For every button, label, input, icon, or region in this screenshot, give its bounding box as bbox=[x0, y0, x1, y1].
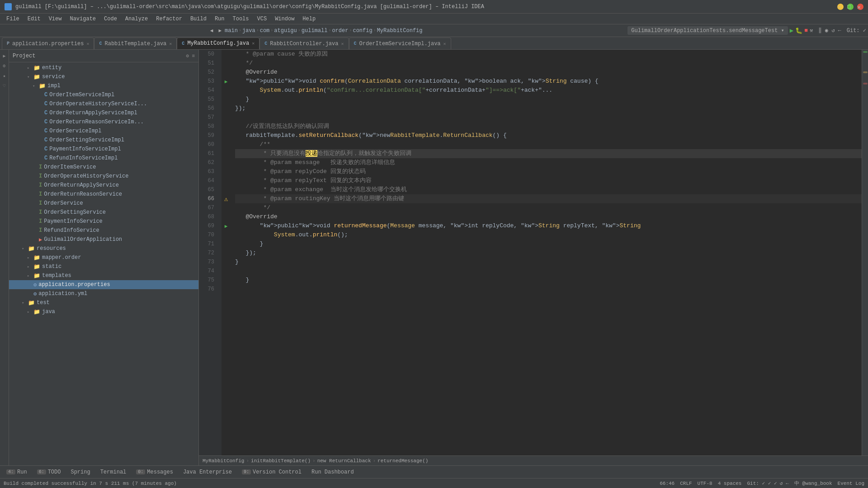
build-btn[interactable]: ⚒ bbox=[810, 27, 813, 34]
menu-item-file[interactable]: File bbox=[3, 15, 23, 23]
nav-bc-main[interactable]: main bbox=[225, 28, 238, 34]
charset[interactable]: UTF-8 bbox=[698, 481, 712, 486]
bc-item-new ReturnCallback[interactable]: new ReturnCallback bbox=[317, 458, 371, 464]
tree-item-OrderServiceImpl[interactable]: COrderServiceImpl bbox=[9, 127, 198, 136]
tab-application-properties[interactable]: Papplication.properties✕ bbox=[2, 38, 94, 49]
maximize-button[interactable]: □ bbox=[847, 4, 854, 10]
event-log[interactable]: Event Log bbox=[838, 481, 864, 486]
nav-bc-MyRabbitConfig[interactable]: MyRabbitConfig bbox=[377, 28, 423, 34]
indent[interactable]: 4 spaces bbox=[718, 481, 742, 486]
nav-back-btn[interactable]: ◀ bbox=[208, 27, 216, 34]
menu-item-tools[interactable]: Tools bbox=[229, 15, 253, 23]
tree-item-OrderReturnApplyService[interactable]: IOrderReturnApplyService bbox=[9, 181, 198, 190]
tree-item-test[interactable]: ▾📁test bbox=[9, 298, 198, 307]
line-ending[interactable]: CRLF bbox=[680, 481, 692, 486]
tree-item-OrderSettingServiceImpl[interactable]: COrderSettingServiceImpl bbox=[9, 136, 198, 145]
tree-item-java[interactable]: ▸📁java bbox=[9, 307, 198, 316]
bottom-tab-Terminal[interactable]: Terminal bbox=[96, 467, 131, 478]
tab-RabbitTemplate-java[interactable]: CRabbitTemplate.java✕ bbox=[94, 38, 177, 49]
nav-bc-order[interactable]: order bbox=[332, 28, 348, 34]
tree-item-OrderReturnApplyServiceImpl[interactable]: COrderReturnApplyServiceImpl bbox=[9, 108, 198, 117]
nav-bc-com[interactable]: com bbox=[260, 28, 270, 34]
comment-text: */ bbox=[235, 203, 270, 212]
tab-close-application.properties[interactable]: ✕ bbox=[86, 41, 89, 47]
bc-item-initRabbitTemplate()[interactable]: initRabbitTemplate() bbox=[251, 458, 311, 464]
tree-item-service[interactable]: ▾📁service bbox=[9, 72, 198, 81]
right-scroll[interactable] bbox=[862, 50, 868, 455]
menu-item-navigate[interactable]: Navigate bbox=[66, 15, 99, 23]
bottom-tab-RunDashboard[interactable]: Run Dashboard bbox=[307, 467, 359, 478]
left-icon-2[interactable]: ⚙ bbox=[1, 63, 8, 70]
bc-item-returnedMessage()[interactable]: returnedMessage() bbox=[377, 458, 428, 464]
menu-item-edit[interactable]: Edit bbox=[24, 15, 44, 23]
tree-item-application.properties[interactable]: ⚙application.properties bbox=[9, 280, 198, 289]
menu-item-refactor[interactable]: Refactor bbox=[152, 15, 186, 23]
tree-label-OrderOperateHistoryServiceI...: OrderOperateHistoryServiceI... bbox=[49, 101, 147, 107]
tree-item-mapper.order[interactable]: ▸📁mapper.order bbox=[9, 253, 198, 262]
tree-item-RefundInfoService[interactable]: IRefundInfoService bbox=[9, 226, 198, 235]
tree-item-PaymentInfoServiceImpl[interactable]: CPaymentInfoServiceImpl bbox=[9, 145, 198, 154]
cursor-position[interactable]: 66:46 bbox=[660, 481, 675, 486]
menu-item-code[interactable]: Code bbox=[100, 15, 121, 23]
tree-item-OrderReturnReasonServiceIm...[interactable]: COrderReturnReasonServiceIm... bbox=[9, 117, 198, 127]
bottom-tab-JavaEnterprise[interactable]: Java Enterprise bbox=[179, 467, 236, 478]
close-button[interactable]: ✕ bbox=[857, 4, 863, 10]
minimize-button[interactable]: – bbox=[837, 4, 844, 10]
tree-item-OrderOperateHistoryServiceI...[interactable]: COrderOperateHistoryServiceI... bbox=[9, 99, 198, 108]
run-config-selector[interactable]: GulimallOrderApplicationTests.sendMessag… bbox=[627, 26, 788, 35]
tab-close-MyRabbitConfig.java[interactable]: ✕ bbox=[252, 41, 255, 46]
tree-item-OrderItemService[interactable]: IOrderItemService bbox=[9, 163, 198, 172]
menu-item-help[interactable]: Help bbox=[299, 15, 319, 23]
tree-item-static[interactable]: ▸📁static bbox=[9, 262, 198, 271]
tab-close-OrderItemServiceImpl.java[interactable]: ✕ bbox=[443, 41, 446, 47]
tab-OrderItemServiceImpl-java[interactable]: COrderItemServiceImpl.java✕ bbox=[349, 38, 451, 49]
project-panel-controls[interactable]: ⚙ ≡ bbox=[186, 53, 195, 59]
tab-RabbitController-java[interactable]: CRabbitController.java✕ bbox=[259, 38, 349, 49]
tree-item-application.yml[interactable]: ⚙application.yml bbox=[9, 289, 198, 298]
left-icon-4[interactable]: ♡ bbox=[1, 83, 8, 90]
bc-item-MyRabbitConfig[interactable]: MyRabbitConfig bbox=[203, 458, 244, 464]
left-icon-3[interactable]: ★ bbox=[1, 73, 8, 80]
lang-switch[interactable]: 中 @wang_book bbox=[794, 480, 832, 487]
menu-item-window[interactable]: Window bbox=[271, 15, 298, 23]
tree-item-entity[interactable]: ▸📁entity bbox=[9, 63, 198, 72]
bottom-tab-TODO[interactable]: 6:TODO bbox=[33, 467, 66, 478]
tree-item-resources[interactable]: ▾📁resources bbox=[9, 244, 198, 253]
menu-item-analyze[interactable]: Analyze bbox=[122, 15, 151, 23]
left-icon-1[interactable]: ▶ bbox=[1, 53, 8, 61]
menu-item-vcs[interactable]: VCS bbox=[254, 15, 271, 23]
tree-arrow-static: ▸ bbox=[27, 264, 33, 269]
nav-bc-java[interactable]: java bbox=[242, 28, 255, 34]
run-btn[interactable]: ▶ bbox=[790, 27, 793, 34]
menu-item-run[interactable]: Run bbox=[211, 15, 228, 23]
tree-item-OrderReturnReasonService[interactable]: IOrderReturnReasonService bbox=[9, 190, 198, 199]
tab-close-RabbitController.java[interactable]: ✕ bbox=[341, 41, 344, 47]
code-content[interactable]: * @param cause 失败的原因 */ @Override "kw">p… bbox=[231, 50, 862, 455]
tree-label-OrderItemService: OrderItemService bbox=[44, 164, 96, 170]
tree-item-OrderOperateHistoryService[interactable]: IOrderOperateHistoryService bbox=[9, 172, 198, 181]
tree-item-RefundInfoServiceImpl[interactable]: CRefundInfoServiceImpl bbox=[9, 154, 198, 163]
tree-item-OrderService[interactable]: IOrderService bbox=[9, 199, 198, 208]
stop-btn[interactable]: ■ bbox=[804, 27, 808, 34]
tree-item-GulimallOrderApplication[interactable]: ▶GulimallOrderApplication bbox=[9, 235, 198, 244]
tab-MyRabbitConfig-java[interactable]: CMyRabbitConfig.java✕ bbox=[177, 38, 259, 49]
nav-bc-gulimall[interactable]: gulimall bbox=[302, 28, 328, 34]
tree-item-PaymentInfoService[interactable]: IPaymentInfoService bbox=[9, 217, 198, 226]
tree-item-templates[interactable]: ▸📁templates bbox=[9, 271, 198, 280]
bottom-tab-Run[interactable]: 4:Run bbox=[2, 467, 32, 478]
tree-item-impl[interactable]: ▾📁impl bbox=[9, 81, 198, 90]
menu-item-build[interactable]: Build bbox=[187, 15, 210, 23]
tree-item-OrderSettingService[interactable]: IOrderSettingService bbox=[9, 208, 198, 217]
tree-item-OrderItemServiceImpl[interactable]: COrderItemServiceImpl bbox=[9, 90, 198, 99]
tab-close-RabbitTemplate.java[interactable]: ✕ bbox=[169, 41, 172, 47]
git-label[interactable]: Git: ✓ ✓ ✓ ↺ ← bbox=[747, 480, 789, 486]
git-status[interactable]: Git: ✓ bbox=[847, 27, 866, 34]
nav-bc-atguigu[interactable]: atguigu bbox=[274, 28, 297, 34]
nav-forward-btn[interactable]: ▶ bbox=[216, 27, 224, 34]
bottom-tab-Spring[interactable]: Spring bbox=[66, 467, 94, 478]
bottom-tab-VersionControl[interactable]: 9:Version Control bbox=[237, 467, 306, 478]
nav-bc-config[interactable]: config bbox=[353, 28, 372, 34]
debug-btn[interactable]: 🐛 bbox=[795, 27, 802, 34]
bottom-tab-Messages[interactable]: 0:Messages bbox=[132, 467, 178, 478]
menu-item-view[interactable]: View bbox=[45, 15, 66, 23]
